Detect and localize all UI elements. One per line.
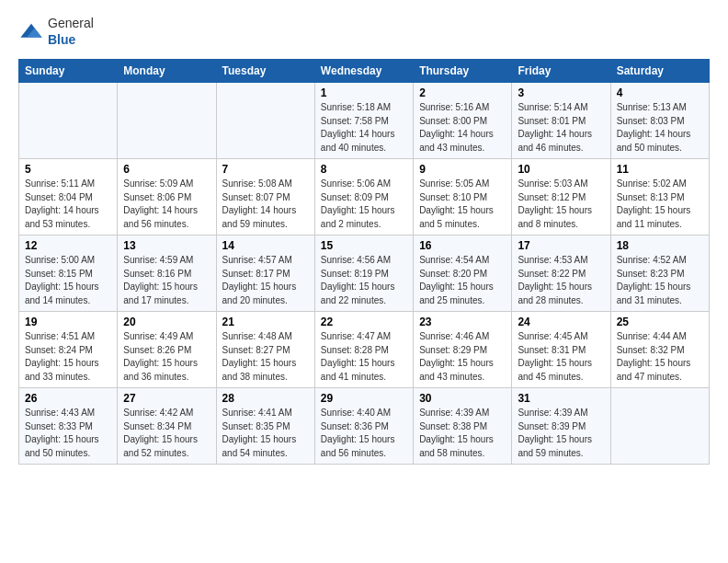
calendar-empty-cell xyxy=(19,83,118,159)
day-info: Sunrise: 4:48 AMSunset: 8:27 PMDaylight:… xyxy=(222,330,309,384)
day-info: Sunrise: 4:59 AMSunset: 8:16 PMDaylight:… xyxy=(123,254,210,307)
logo: General Blue xyxy=(18,15,94,48)
day-number: 12 xyxy=(25,239,111,252)
day-info: Sunrise: 4:44 AMSunset: 8:32 PMDaylight:… xyxy=(617,330,703,384)
day-number: 3 xyxy=(518,86,604,99)
day-info: Sunrise: 5:00 AMSunset: 8:15 PMDaylight:… xyxy=(25,254,111,307)
day-number: 16 xyxy=(419,239,506,252)
day-number: 13 xyxy=(123,239,210,252)
weekday-header-friday: Friday xyxy=(512,60,610,83)
calendar-week-row: 5Sunrise: 5:11 AMSunset: 8:04 PMDaylight… xyxy=(19,159,710,236)
day-info: Sunrise: 5:05 AMSunset: 8:10 PMDaylight:… xyxy=(419,178,506,231)
calendar-day-cell: 27Sunrise: 4:42 AMSunset: 8:34 PMDayligh… xyxy=(118,388,216,465)
calendar-day-cell: 12Sunrise: 5:00 AMSunset: 8:15 PMDayligh… xyxy=(19,236,118,312)
calendar-day-cell: 6Sunrise: 5:09 AMSunset: 8:06 PMDaylight… xyxy=(118,159,216,236)
calendar-day-cell: 2Sunrise: 5:16 AMSunset: 8:00 PMDaylight… xyxy=(414,83,512,159)
day-number: 25 xyxy=(617,316,703,328)
day-info: Sunrise: 5:08 AMSunset: 8:07 PMDaylight:… xyxy=(222,178,309,231)
logo-text: General Blue xyxy=(48,15,94,48)
day-info: Sunrise: 5:02 AMSunset: 8:13 PMDaylight:… xyxy=(617,178,703,231)
calendar-day-cell: 24Sunrise: 4:45 AMSunset: 8:31 PMDayligh… xyxy=(512,312,610,388)
day-number: 20 xyxy=(123,316,210,328)
weekday-header-wednesday: Wednesday xyxy=(314,60,413,83)
calendar-day-cell: 9Sunrise: 5:05 AMSunset: 8:10 PMDaylight… xyxy=(414,159,512,236)
calendar-day-cell: 26Sunrise: 4:43 AMSunset: 8:33 PMDayligh… xyxy=(19,388,118,465)
day-info: Sunrise: 4:57 AMSunset: 8:17 PMDaylight:… xyxy=(222,254,309,307)
day-number: 21 xyxy=(222,316,309,328)
calendar-day-cell: 14Sunrise: 4:57 AMSunset: 8:17 PMDayligh… xyxy=(216,236,314,312)
calendar-empty-cell xyxy=(610,388,709,465)
day-number: 28 xyxy=(222,392,309,405)
calendar-day-cell: 11Sunrise: 5:02 AMSunset: 8:13 PMDayligh… xyxy=(610,159,709,236)
day-info: Sunrise: 4:39 AMSunset: 8:38 PMDaylight:… xyxy=(419,407,506,460)
day-number: 4 xyxy=(617,86,703,99)
day-number: 23 xyxy=(419,316,506,328)
day-info: Sunrise: 4:52 AMSunset: 8:23 PMDaylight:… xyxy=(617,254,703,307)
calendar-day-cell: 19Sunrise: 4:51 AMSunset: 8:24 PMDayligh… xyxy=(19,312,118,388)
calendar-week-row: 1Sunrise: 5:18 AMSunset: 7:58 PMDaylight… xyxy=(19,83,710,159)
day-number: 18 xyxy=(617,239,703,252)
day-number: 5 xyxy=(25,163,111,176)
day-info: Sunrise: 4:41 AMSunset: 8:35 PMDaylight:… xyxy=(222,407,309,460)
day-info: Sunrise: 4:53 AMSunset: 8:22 PMDaylight:… xyxy=(518,254,604,307)
day-info: Sunrise: 4:39 AMSunset: 8:39 PMDaylight:… xyxy=(518,407,604,460)
day-info: Sunrise: 4:42 AMSunset: 8:34 PMDaylight:… xyxy=(123,407,210,460)
calendar-week-row: 12Sunrise: 5:00 AMSunset: 8:15 PMDayligh… xyxy=(19,236,710,312)
day-number: 7 xyxy=(222,163,309,176)
day-info: Sunrise: 5:16 AMSunset: 8:00 PMDaylight:… xyxy=(419,101,506,155)
calendar-day-cell: 4Sunrise: 5:13 AMSunset: 8:03 PMDaylight… xyxy=(610,83,709,159)
day-number: 11 xyxy=(617,163,703,176)
day-number: 26 xyxy=(25,392,111,405)
weekday-header-sunday: Sunday xyxy=(19,60,118,83)
day-number: 1 xyxy=(321,86,407,99)
day-info: Sunrise: 5:11 AMSunset: 8:04 PMDaylight:… xyxy=(25,178,111,231)
calendar-day-cell: 15Sunrise: 4:56 AMSunset: 8:19 PMDayligh… xyxy=(314,236,413,312)
calendar-day-cell: 25Sunrise: 4:44 AMSunset: 8:32 PMDayligh… xyxy=(610,312,709,388)
day-info: Sunrise: 4:46 AMSunset: 8:29 PMDaylight:… xyxy=(419,330,506,384)
day-info: Sunrise: 5:09 AMSunset: 8:06 PMDaylight:… xyxy=(123,178,210,231)
logo-blue: Blue xyxy=(48,32,75,47)
calendar-day-cell: 8Sunrise: 5:06 AMSunset: 8:09 PMDaylight… xyxy=(314,159,413,236)
calendar-day-cell: 20Sunrise: 4:49 AMSunset: 8:26 PMDayligh… xyxy=(118,312,216,388)
day-number: 17 xyxy=(518,239,604,252)
calendar-day-cell: 17Sunrise: 4:53 AMSunset: 8:22 PMDayligh… xyxy=(512,236,610,312)
day-number: 29 xyxy=(321,392,407,405)
calendar-day-cell: 21Sunrise: 4:48 AMSunset: 8:27 PMDayligh… xyxy=(216,312,314,388)
calendar-day-cell: 28Sunrise: 4:41 AMSunset: 8:35 PMDayligh… xyxy=(216,388,314,465)
day-info: Sunrise: 4:56 AMSunset: 8:19 PMDaylight:… xyxy=(321,254,407,307)
day-info: Sunrise: 5:13 AMSunset: 8:03 PMDaylight:… xyxy=(617,101,703,155)
day-info: Sunrise: 4:40 AMSunset: 8:36 PMDaylight:… xyxy=(321,407,407,460)
calendar-day-cell: 13Sunrise: 4:59 AMSunset: 8:16 PMDayligh… xyxy=(118,236,216,312)
day-number: 2 xyxy=(419,86,506,99)
day-number: 22 xyxy=(321,316,407,328)
day-info: Sunrise: 5:18 AMSunset: 7:58 PMDaylight:… xyxy=(321,101,407,155)
calendar-empty-cell xyxy=(216,83,314,159)
day-info: Sunrise: 4:49 AMSunset: 8:26 PMDaylight:… xyxy=(123,330,210,384)
weekday-header-monday: Monday xyxy=(118,60,216,83)
calendar-day-cell: 18Sunrise: 4:52 AMSunset: 8:23 PMDayligh… xyxy=(610,236,709,312)
day-info: Sunrise: 4:54 AMSunset: 8:20 PMDaylight:… xyxy=(419,254,506,307)
calendar-week-row: 26Sunrise: 4:43 AMSunset: 8:33 PMDayligh… xyxy=(19,388,710,465)
day-number: 24 xyxy=(518,316,604,328)
day-number: 10 xyxy=(518,163,604,176)
day-number: 8 xyxy=(321,163,407,176)
day-info: Sunrise: 5:03 AMSunset: 8:12 PMDaylight:… xyxy=(518,178,604,231)
calendar-empty-cell xyxy=(118,83,216,159)
calendar-day-cell: 29Sunrise: 4:40 AMSunset: 8:36 PMDayligh… xyxy=(314,388,413,465)
weekday-header-saturday: Saturday xyxy=(610,60,709,83)
day-number: 31 xyxy=(518,392,604,405)
day-number: 15 xyxy=(321,239,407,252)
calendar-day-cell: 30Sunrise: 4:39 AMSunset: 8:38 PMDayligh… xyxy=(414,388,512,465)
logo-general: General xyxy=(48,16,94,30)
day-number: 6 xyxy=(123,163,210,176)
day-number: 9 xyxy=(419,163,506,176)
logo-icon xyxy=(18,22,44,40)
day-info: Sunrise: 4:43 AMSunset: 8:33 PMDaylight:… xyxy=(25,407,111,460)
day-number: 30 xyxy=(419,392,506,405)
calendar-day-cell: 10Sunrise: 5:03 AMSunset: 8:12 PMDayligh… xyxy=(512,159,610,236)
calendar-week-row: 19Sunrise: 4:51 AMSunset: 8:24 PMDayligh… xyxy=(19,312,710,388)
calendar-day-cell: 16Sunrise: 4:54 AMSunset: 8:20 PMDayligh… xyxy=(414,236,512,312)
calendar-day-cell: 3Sunrise: 5:14 AMSunset: 8:01 PMDaylight… xyxy=(512,83,610,159)
weekday-header-row: SundayMondayTuesdayWednesdayThursdayFrid… xyxy=(19,60,710,83)
day-number: 14 xyxy=(222,239,309,252)
